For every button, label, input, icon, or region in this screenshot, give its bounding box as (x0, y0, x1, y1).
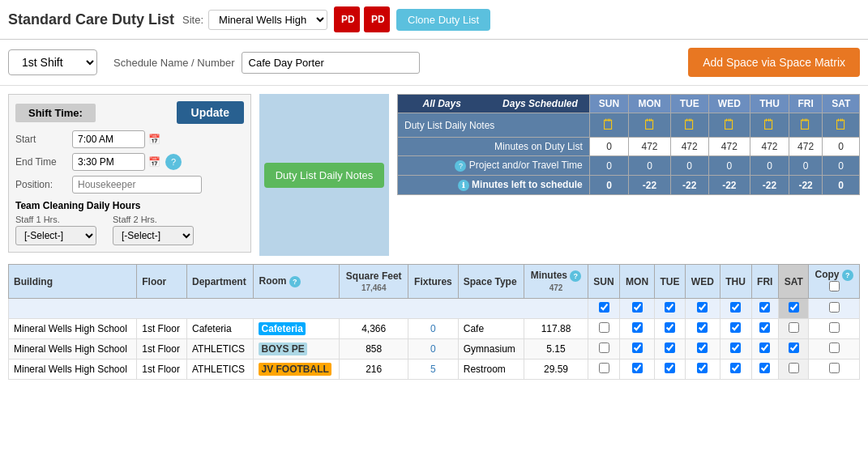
check-thu[interactable] (720, 360, 751, 380)
copy-cell[interactable] (809, 339, 860, 360)
mon-all-check[interactable] (632, 302, 643, 313)
start-calendar-icon[interactable]: 📅 (148, 134, 160, 145)
right-panel: All Days Days Scheduled SUN MON TUE WED … (397, 94, 860, 256)
room-cell-wrap: JV FOOTBALL (254, 360, 340, 380)
col-mon: MON (629, 95, 671, 113)
col-copy-h: Copy ? (809, 265, 860, 299)
site-select[interactable]: Mineral Wells High (208, 10, 327, 30)
minutes-left-info-icon[interactable]: ℹ (458, 180, 469, 191)
minutes-help-icon[interactable]: ? (570, 270, 581, 282)
min-thu: 472 (750, 138, 789, 156)
check-mon[interactable] (620, 339, 654, 360)
pdf2-icon-button[interactable]: PDF (364, 6, 390, 32)
middle-panel: Duty List Daily Notes (259, 94, 389, 256)
check-tue[interactable] (654, 339, 685, 360)
pdf2-icon: PDF (370, 12, 384, 27)
min-fri: 472 (789, 138, 823, 156)
check-fri[interactable] (751, 319, 778, 339)
pdf-icon: PDF (340, 12, 354, 27)
schedule-name-input[interactable] (242, 52, 420, 74)
check-mon[interactable] (620, 319, 654, 339)
room-cell: Cafeteria (259, 322, 305, 335)
col-sat-h: SAT (779, 265, 809, 299)
svg-text:PDF: PDF (371, 14, 384, 25)
copy-help-icon[interactable]: ? (842, 270, 853, 281)
department-cell: ATHLETICS (187, 360, 254, 380)
table-row: Mineral Wells High School 1st Floor Cafe… (9, 319, 860, 339)
col-wed: WED (708, 95, 750, 113)
staff2-select[interactable]: [-Select-] (113, 226, 194, 245)
fri-all-check[interactable] (759, 302, 770, 313)
note-sun: 🗒 (589, 113, 628, 138)
check-wed[interactable] (686, 339, 720, 360)
col-fixtures: Fixtures (408, 265, 459, 299)
col-fri: FRI (789, 95, 823, 113)
shift-row: 1st Shift Schedule Name / Number Add Spa… (0, 40, 868, 86)
project-help-icon[interactable]: ? (455, 160, 466, 172)
check-wed[interactable] (686, 360, 720, 380)
room-help-icon[interactable]: ? (289, 276, 301, 287)
col-thu-h: THU (720, 265, 751, 299)
start-time-input[interactable] (72, 130, 145, 148)
col-tue-h: TUE (654, 265, 685, 299)
add-space-button[interactable]: Add Space via Space Matrix (688, 48, 860, 77)
clone-duty-list-button[interactable]: Clone Duty List (396, 9, 490, 31)
copy-all-checkbox[interactable] (829, 281, 840, 291)
check-sat[interactable] (779, 319, 809, 339)
end-label: End Time (15, 156, 72, 168)
check-tue[interactable] (654, 319, 685, 339)
check-wed[interactable] (686, 319, 720, 339)
check-fri[interactable] (751, 360, 778, 380)
fixtures-cell: 0 (408, 319, 459, 339)
sat-all-check[interactable] (789, 302, 799, 313)
check-thu[interactable] (720, 319, 751, 339)
staff1-select[interactable]: [-Select-] (15, 226, 96, 245)
check-sun[interactable] (588, 319, 620, 339)
end-calendar-icon[interactable]: 📅 (148, 156, 160, 168)
all-days-cell: All Days Days Scheduled (398, 95, 590, 113)
check-fri[interactable] (751, 339, 778, 360)
note-thu: 🗒 (750, 113, 789, 138)
col-minutes: Minutes ?472 (524, 265, 588, 299)
check-mon[interactable] (620, 360, 654, 380)
daily-focus-tasks-button[interactable]: Duty List Daily Notes (264, 163, 385, 188)
fixtures-cell: 5 (408, 360, 459, 380)
shift-dropdown[interactable]: 1st Shift (8, 49, 97, 75)
room-cell-wrap: Cafeteria (254, 319, 340, 339)
check-sun[interactable] (588, 339, 620, 360)
floor-cell: 1st Floor (137, 339, 187, 360)
end-time-input[interactable] (72, 153, 145, 171)
ml-wed: -22 (708, 176, 750, 195)
col-building: Building (9, 265, 137, 299)
copy-header-check[interactable] (829, 302, 840, 313)
tue-all-check[interactable] (665, 302, 675, 313)
ml-tue: -22 (670, 176, 708, 195)
check-tue[interactable] (654, 360, 685, 380)
min-wed: 472 (708, 138, 750, 156)
table-row: Mineral Wells High School 1st Floor ATHL… (9, 360, 860, 380)
department-cell: Cafeteria (187, 319, 254, 339)
copy-cell[interactable] (809, 360, 860, 380)
check-sun[interactable] (588, 360, 620, 380)
col-sun-h: SUN (588, 265, 620, 299)
thu-all-check[interactable] (730, 302, 741, 313)
schedule-grid-table: All Days Days Scheduled SUN MON TUE WED … (397, 94, 860, 195)
min-mon: 472 (629, 138, 671, 156)
shift-time-label: Shift Time: (15, 104, 96, 122)
floor-cell: 1st Floor (137, 319, 187, 339)
min-sat: 0 (823, 138, 860, 156)
end-time-help-icon[interactable]: ? (165, 154, 182, 170)
copy-cell[interactable] (809, 319, 860, 339)
col-room: Room ? (254, 265, 340, 299)
check-sat[interactable] (779, 339, 809, 360)
wed-all-check[interactable] (697, 302, 708, 313)
position-input[interactable] (72, 176, 202, 194)
check-sat[interactable] (779, 360, 809, 380)
schedule-name-label: Schedule Name / Number (113, 57, 235, 69)
data-table: Building Floor Department Room ? Square … (8, 264, 860, 380)
update-button[interactable]: Update (177, 101, 244, 124)
pdf-icon-button[interactable]: PDF (334, 6, 360, 32)
minutes-label: Minutes on Duty List (398, 138, 590, 156)
check-thu[interactable] (720, 339, 751, 360)
sun-all-check[interactable] (599, 302, 609, 313)
